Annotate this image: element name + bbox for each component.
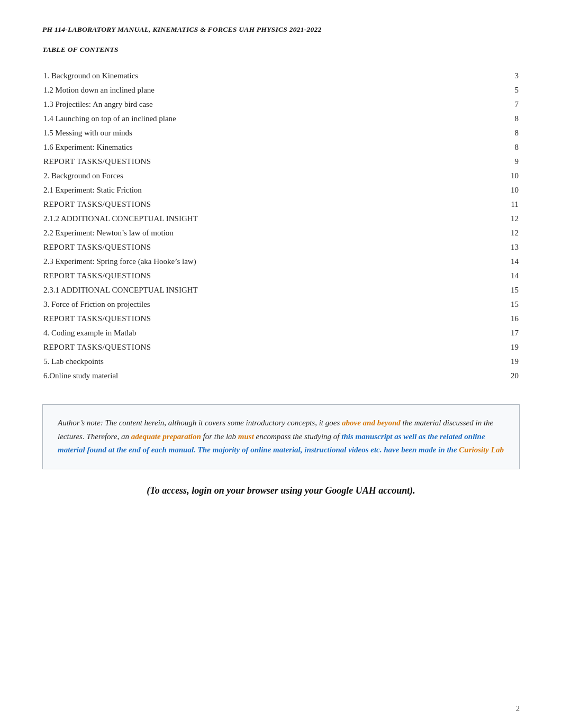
- table-row: REPORT TASKS/QUESTIONS16: [42, 312, 520, 326]
- toc-entry-text: REPORT TASKS/QUESTIONS: [42, 197, 463, 212]
- table-row: 2.3 Experiment: Spring force (aka Hooke’…: [42, 254, 520, 269]
- toc-entry-page: 3: [463, 69, 520, 83]
- table-row: 1.3 Projectiles: An angry bird case7: [42, 97, 520, 112]
- toc-entry-text: REPORT TASKS/QUESTIONS: [42, 240, 463, 254]
- toc-entry-page: 12: [463, 226, 520, 240]
- toc-entry-page: 19: [463, 354, 520, 369]
- table-row: 4. Coding example in Matlab17: [42, 326, 520, 340]
- highlight-above-beyond: above and beyond: [342, 418, 401, 427]
- table-row: 1. Background on Kinematics3: [42, 69, 520, 83]
- toc-entry-page: 15: [463, 283, 520, 297]
- table-row: REPORT TASKS/QUESTIONS13: [42, 240, 520, 254]
- toc-entry-text: 2.3.1 ADDITIONAL CONCEPTUAL INSIGHT: [42, 283, 463, 297]
- toc-entry-page: 8: [463, 126, 520, 140]
- toc-entry-page: 8: [463, 140, 520, 154]
- toc-entry-text: 1.6 Experiment: Kinematics: [42, 140, 463, 154]
- page-number: 2: [516, 705, 520, 713]
- toc-label: TABLE OF CONTENTS: [42, 46, 520, 54]
- page: PH 114-LABORATORY MANUAL, KINEMATICS & F…: [0, 0, 562, 728]
- toc-entry-text: REPORT TASKS/QUESTIONS: [42, 269, 463, 283]
- table-row: 2.2 Experiment: Newton’s law of motion12: [42, 226, 520, 240]
- toc-entry-page: 9: [463, 154, 520, 169]
- toc-entry-page: 10: [463, 183, 520, 197]
- toc-entry-page: 10: [463, 169, 520, 183]
- table-row: 2.1.2 ADDITIONAL CONCEPTUAL INSIGHT12: [42, 212, 520, 226]
- table-row: REPORT TASKS/QUESTIONS19: [42, 340, 520, 354]
- toc-entry-text: 2.2 Experiment: Newton’s law of motion: [42, 226, 463, 240]
- table-row: REPORT TASKS/QUESTIONS9: [42, 154, 520, 169]
- toc-entry-page: 19: [463, 340, 520, 354]
- toc-entry-text: 1.4 Launching on top of an inclined plan…: [42, 112, 463, 126]
- table-row: 1.4 Launching on top of an inclined plan…: [42, 112, 520, 126]
- author-note-text: Author’s note: The content herein, altho…: [58, 416, 504, 457]
- toc-entry-text: 1.5 Messing with our minds: [42, 126, 463, 140]
- author-note-prefix: Author’s note: The content herein, altho…: [58, 418, 342, 427]
- toc-entry-text: 2. Background on Forces: [42, 169, 463, 183]
- table-of-contents: 1. Background on Kinematics31.2 Motion d…: [42, 69, 520, 383]
- toc-entry-page: 20: [463, 369, 520, 383]
- author-note-middle3: encompass the studying of: [254, 432, 341, 441]
- toc-entry-text: REPORT TASKS/QUESTIONS: [42, 312, 463, 326]
- toc-entry-text: 4. Coding example in Matlab: [42, 326, 463, 340]
- table-row: 2. Background on Forces10: [42, 169, 520, 183]
- toc-entry-page: 11: [463, 197, 520, 212]
- table-row: REPORT TASKS/QUESTIONS14: [42, 269, 520, 283]
- table-row: 1.5 Messing with our minds8: [42, 126, 520, 140]
- table-row: REPORT TASKS/QUESTIONS11: [42, 197, 520, 212]
- author-note-box: Author’s note: The content herein, altho…: [42, 404, 520, 469]
- toc-entry-page: 5: [463, 83, 520, 97]
- toc-entry-text: 1. Background on Kinematics: [42, 69, 463, 83]
- toc-entry-page: 14: [463, 269, 520, 283]
- table-row: 2.1 Experiment: Static Friction10: [42, 183, 520, 197]
- toc-entry-page: 7: [463, 97, 520, 112]
- toc-entry-page: 16: [463, 312, 520, 326]
- highlight-adequate-preparation: adequate preparation: [131, 432, 201, 441]
- toc-entry-text: 1.3 Projectiles: An angry bird case: [42, 97, 463, 112]
- highlight-must: must: [238, 432, 254, 441]
- toc-entry-text: REPORT TASKS/QUESTIONS: [42, 154, 463, 169]
- toc-entry-page: 12: [463, 212, 520, 226]
- table-row: 3. Force of Friction on projectiles15: [42, 297, 520, 312]
- table-row: 1.2 Motion down an inclined plane5: [42, 83, 520, 97]
- author-note-middle2: for the lab: [201, 432, 238, 441]
- toc-entry-text: 2.1 Experiment: Static Friction: [42, 183, 463, 197]
- table-row: 6.Online study material20: [42, 369, 520, 383]
- document-title: PH 114-LABORATORY MANUAL, KINEMATICS & F…: [42, 25, 520, 34]
- toc-entry-text: 5. Lab checkpoints: [42, 354, 463, 369]
- access-line: (To access, login on your browser using …: [42, 485, 520, 496]
- toc-entry-text: REPORT TASKS/QUESTIONS: [42, 340, 463, 354]
- toc-entry-text: 6.Online study material: [42, 369, 463, 383]
- table-row: 1.6 Experiment: Kinematics8: [42, 140, 520, 154]
- table-row: 5. Lab checkpoints19: [42, 354, 520, 369]
- toc-entry-text: 2.1.2 ADDITIONAL CONCEPTUAL INSIGHT: [42, 212, 463, 226]
- table-row: 2.3.1 ADDITIONAL CONCEPTUAL INSIGHT15: [42, 283, 520, 297]
- toc-entry-page: 15: [463, 297, 520, 312]
- toc-entry-page: 13: [463, 240, 520, 254]
- toc-entry-page: 8: [463, 112, 520, 126]
- toc-entry-page: 17: [463, 326, 520, 340]
- toc-entry-text: 1.2 Motion down an inclined plane: [42, 83, 463, 97]
- highlight-curiosity-lab: Curiosity Lab: [459, 445, 504, 454]
- toc-entry-text: 2.3 Experiment: Spring force (aka Hooke’…: [42, 254, 463, 269]
- toc-entry-page: 14: [463, 254, 520, 269]
- toc-entry-text: 3. Force of Friction on projectiles: [42, 297, 463, 312]
